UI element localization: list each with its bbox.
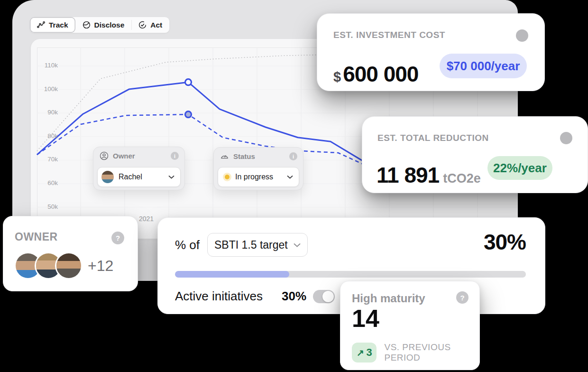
owner-card-title: OWNER bbox=[15, 231, 58, 243]
y-tick-label: 90k bbox=[31, 109, 58, 116]
toggle-knob bbox=[322, 291, 334, 302]
status-filter-card: Status i In progress bbox=[213, 147, 303, 190]
reduction-card-title: EST. TOTAL REDUCTION bbox=[377, 133, 489, 143]
currency-symbol: $ bbox=[333, 69, 341, 85]
target-select[interactable]: SBTI 1.5 target bbox=[207, 233, 308, 257]
owner-select-value: Rachel bbox=[119, 173, 164, 181]
target-percent-value: 30% bbox=[484, 229, 526, 255]
chevron-down-icon bbox=[294, 243, 301, 247]
track-icon bbox=[37, 21, 45, 29]
tab-track-label: Track bbox=[49, 21, 68, 29]
active-initiatives-toggle[interactable] bbox=[313, 290, 335, 303]
target-check-icon bbox=[138, 21, 147, 29]
target-select-value: SBTI 1.5 target bbox=[214, 239, 288, 251]
owner-summary-card: OWNER ? +12 bbox=[3, 216, 138, 291]
previous-period-label: VS. PREVIOUS PERIOD bbox=[384, 342, 479, 363]
dashboard-stage: Track Disclose Act 110k100k90k80k70k60k5… bbox=[0, 0, 588, 372]
maturity-delta-value: 3 bbox=[367, 346, 372, 359]
y-tick-label: 100k bbox=[31, 85, 58, 93]
y-tick-label: 80k bbox=[31, 132, 58, 140]
gauge-icon bbox=[220, 152, 229, 161]
status-dot bbox=[225, 175, 230, 179]
help-icon[interactable]: ? bbox=[456, 291, 469, 304]
info-icon[interactable]: i bbox=[289, 152, 297, 160]
maturity-card-title: High maturity bbox=[352, 292, 425, 305]
tab-disclose[interactable]: Disclose bbox=[75, 17, 132, 33]
pie-icon bbox=[83, 21, 91, 29]
investment-cost-card: EST. INVESTMENT COST $ 600 000 $70 000/y… bbox=[317, 13, 545, 91]
y-tick-label: 60k bbox=[31, 179, 58, 186]
chevron-down-icon bbox=[168, 175, 175, 179]
owner-avatar-3[interactable] bbox=[56, 253, 81, 278]
status-select-value: In progress bbox=[235, 173, 282, 181]
owner-filter-title: Owner bbox=[113, 152, 166, 160]
tab-disclose-label: Disclose bbox=[94, 21, 125, 29]
card-handle-dot bbox=[560, 132, 572, 144]
reduction-per-year-badge: 22%/year bbox=[487, 156, 552, 180]
maturity-delta-badge: ↗ 3 bbox=[352, 343, 377, 363]
tab-act-label: Act bbox=[150, 21, 162, 29]
arrow-up-right-icon: ↗ bbox=[357, 347, 364, 358]
y-tick-label: 110k bbox=[31, 62, 58, 69]
owner-select[interactable]: Rachel bbox=[97, 167, 181, 187]
help-icon[interactable]: ? bbox=[111, 232, 124, 244]
investment-per-year-badge: $70 000/year bbox=[440, 54, 527, 78]
percent-of-label: % of bbox=[175, 238, 200, 252]
rachel-avatar bbox=[101, 171, 114, 183]
high-maturity-card: High maturity ? 14 ↗ 3 VS. PREVIOUS PERI… bbox=[340, 281, 480, 370]
investment-value: 600 000 bbox=[343, 61, 418, 87]
tab-act[interactable]: Act bbox=[131, 17, 169, 33]
reduction-unit: tCO2e bbox=[443, 171, 481, 186]
tab-track[interactable]: Track bbox=[30, 17, 75, 33]
chevron-down-icon bbox=[287, 175, 293, 179]
total-reduction-card: EST. TOTAL REDUCTION 11 891 tCO2e 22%/ye… bbox=[362, 116, 588, 193]
target-progress-bar bbox=[175, 271, 526, 278]
maturity-value: 14 bbox=[352, 304, 379, 333]
active-initiatives-label: Active initiatives bbox=[175, 289, 263, 304]
info-icon[interactable]: i bbox=[171, 152, 179, 160]
owner-more-count[interactable]: +12 bbox=[88, 257, 113, 275]
target-progress-fill bbox=[175, 271, 289, 278]
status-filter-title: Status bbox=[233, 152, 285, 160]
status-select[interactable]: In progress bbox=[218, 167, 299, 187]
view-tabbar: Track Disclose Act bbox=[29, 17, 170, 33]
active-initiatives-percent: 30% bbox=[282, 289, 306, 304]
y-tick-label: 70k bbox=[31, 156, 58, 163]
reduction-value: 11 891 bbox=[377, 162, 439, 188]
card-handle-dot bbox=[516, 29, 528, 42]
owner-filter-card: Owner i Rachel bbox=[93, 147, 185, 190]
y-tick-label: 50k bbox=[31, 203, 58, 210]
investment-card-title: EST. INVESTMENT COST bbox=[333, 30, 445, 40]
person-icon bbox=[100, 151, 109, 160]
x-axis-tick-2021: 2021 bbox=[139, 215, 154, 223]
